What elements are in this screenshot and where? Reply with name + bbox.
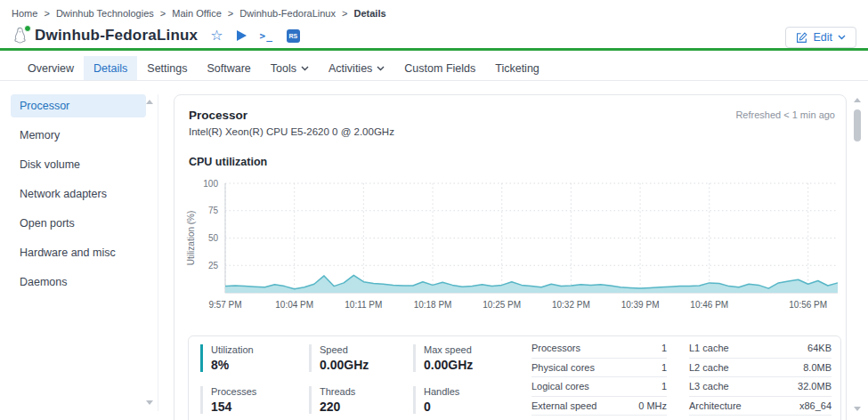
breadcrumb-device[interactable]: Dwinhub-FedoraLinux: [239, 8, 336, 19]
stat-value: 0: [424, 400, 524, 414]
refreshed-status: Refreshed < 1 min ago: [735, 109, 835, 120]
row-key: L2 cache: [689, 362, 729, 373]
stat-label: Max speed: [424, 344, 524, 355]
sidebar-item-network-adapters[interactable]: Network adapters: [11, 182, 146, 206]
svg-text:10:25 PM: 10:25 PM: [483, 300, 521, 310]
device-action-icons: ☆ >_ RS: [210, 28, 300, 43]
svg-text:10:56 PM: 10:56 PM: [789, 300, 827, 310]
device-details-page: Home > Dwinhub Technologies > Main Offic…: [0, 0, 868, 420]
svg-text:50: 50: [208, 233, 219, 243]
row-key: L1 cache: [689, 343, 729, 353]
svg-text:Utilization (%): Utilization (%): [186, 211, 196, 266]
row-value: 1: [661, 362, 667, 373]
breadcrumb-current: Details: [354, 8, 386, 19]
run-script-play-icon[interactable]: [237, 30, 247, 41]
sidebar-scroll-down-arrow-icon[interactable]: [146, 400, 153, 405]
stat-max-speed: Max speed 0.00GHz: [413, 344, 524, 372]
row-key: Logical cores: [531, 381, 589, 392]
cpu-details-table-col1: Processors1 Physical cores1 Logical core…: [531, 339, 667, 416]
processor-panel: Processor Intel(R) Xeon(R) CPU E5-2620 0…: [174, 94, 847, 420]
breadcrumb-separator: >: [160, 8, 166, 19]
tab-custom-fields[interactable]: Custom Fields: [394, 56, 485, 80]
sidebar-item-hardware-and-misc[interactable]: Hardware and misc: [11, 241, 146, 264]
table-row: Architecturex86_64: [689, 397, 831, 416]
svg-text:10:11 PM: 10:11 PM: [345, 300, 382, 310]
svg-text:10:18 PM: 10:18 PM: [414, 300, 452, 310]
tab-label: Custom Fields: [404, 62, 475, 75]
row-value: 64KB: [807, 343, 831, 353]
row-value: 32.0MB: [798, 381, 831, 392]
panel-title: Processor: [189, 109, 247, 122]
row-value: 1: [661, 381, 667, 392]
sidebar-item-disk-volume[interactable]: Disk volume: [11, 153, 146, 176]
table-row: External speed0 MHz: [531, 397, 667, 416]
tab-software[interactable]: Software: [197, 56, 260, 80]
tab-label: Tools: [271, 62, 296, 75]
row-key: External speed: [531, 400, 596, 411]
sidebar-scrollbar-track: [158, 94, 158, 411]
scrollbar-thumb[interactable]: [854, 109, 861, 141]
favorite-star-icon[interactable]: ☆: [210, 28, 223, 43]
svg-text:10:39 PM: 10:39 PM: [621, 300, 660, 310]
cpu-utilization-chart: 2550751009:57 PM10:04 PM10:11 PM10:18 PM…: [174, 174, 848, 321]
terminal-icon[interactable]: >_: [260, 30, 273, 42]
row-key: Physical cores: [531, 362, 595, 373]
breadcrumb-home[interactable]: Home: [12, 8, 37, 19]
chevron-down-icon: [838, 35, 846, 40]
online-status-dot: [24, 25, 31, 32]
stat-value: 220: [320, 400, 413, 414]
tab-details[interactable]: Details: [84, 56, 137, 80]
tab-settings[interactable]: Settings: [137, 56, 197, 80]
table-row: Processors1: [531, 339, 667, 359]
device-title: Dwinhub-FedoraLinux: [35, 27, 198, 44]
breadcrumb-separator: >: [342, 8, 347, 19]
table-row: Logical cores1: [531, 377, 667, 397]
tab-overview[interactable]: Overview: [18, 56, 84, 80]
page-scrollbar[interactable]: [852, 94, 864, 413]
table-row: L2 cache8.0MB: [689, 359, 831, 378]
tab-tools[interactable]: Tools: [261, 56, 319, 80]
breadcrumb-separator: >: [228, 8, 233, 19]
cpu-details-table-col2: L1 cache64KB L2 cache8.0MB L3 cache32.0M…: [689, 339, 831, 416]
remote-session-icon[interactable]: RS: [287, 29, 300, 43]
cpu-model-text: Intel(R) Xeon(R) CPU E5-2620 0 @ 2.00GHz: [189, 126, 394, 137]
stat-value: 0.00GHz: [424, 358, 524, 372]
tab-activities[interactable]: Activities: [319, 56, 394, 80]
tab-label: Software: [207, 62, 250, 75]
svg-text:10:46 PM: 10:46 PM: [690, 300, 728, 310]
stat-threads: Threads 220: [309, 386, 413, 414]
table-row: Physical cores1: [531, 359, 667, 378]
sidebar-item-daemons[interactable]: Daemons: [11, 271, 146, 294]
stat-utilization: Utilization 8%: [200, 344, 309, 372]
stat-handles: Handles 0: [413, 386, 524, 414]
chevron-down-icon: [377, 66, 385, 71]
tab-label: Details: [93, 62, 127, 75]
row-value: x86_64: [799, 400, 831, 411]
stat-label: Handles: [424, 386, 524, 397]
sidebar-item-memory[interactable]: Memory: [11, 124, 146, 147]
table-row: L1 cache64KB: [689, 339, 831, 359]
edit-button[interactable]: Edit: [785, 27, 856, 48]
chevron-down-icon: [301, 66, 309, 71]
breadcrumb-site[interactable]: Main Office: [172, 8, 221, 19]
sidebar-item-processor[interactable]: Processor: [11, 94, 146, 117]
svg-text:9:57 PM: 9:57 PM: [208, 300, 241, 310]
scroll-up-arrow-icon[interactable]: [854, 98, 861, 102]
tab-bar: Overview Details Settings Software Tools…: [0, 56, 868, 81]
tab-label: Overview: [28, 62, 74, 75]
edit-button-label: Edit: [813, 31, 832, 44]
tab-ticketing[interactable]: Ticketing: [485, 56, 549, 80]
stat-value: 8%: [211, 358, 309, 372]
tab-label: Ticketing: [495, 62, 539, 75]
stat-speed: Speed 0.00GHz: [309, 344, 413, 372]
processor-stats-card: Utilization 8% Speed 0.00GHz Max speed 0…: [188, 335, 841, 420]
pencil-icon: [796, 32, 807, 44]
svg-text:10:32 PM: 10:32 PM: [552, 300, 590, 310]
sidebar-scroll-up-arrow-icon[interactable]: [146, 100, 153, 104]
sidebar-item-open-ports[interactable]: Open ports: [11, 212, 146, 235]
scroll-down-arrow-icon[interactable]: [854, 407, 861, 411]
breadcrumb-company[interactable]: Dwinhub Technologies: [56, 8, 154, 19]
chart-title: CPU utilization: [189, 156, 267, 168]
linux-penguin-icon: [12, 27, 28, 45]
stat-value: 0.00GHz: [320, 358, 413, 372]
